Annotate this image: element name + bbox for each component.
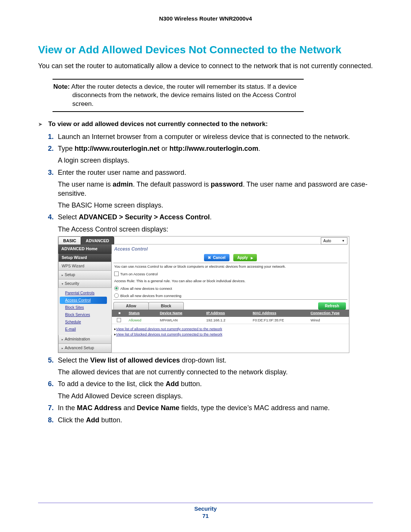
step-2-url2: http://www.routerlogin.com [169,145,258,152]
page-footer: Security 71 [0,503,411,519]
nav-advanced-setup[interactable]: ▸Advanced Setup [58,344,112,353]
step-8-text: Click the Add button. [58,416,122,424]
note-label: Note: [53,83,70,90]
procedure-heading: ➤ To view or add allowed devices not cur… [38,120,373,128]
step-2: Type http://www.routerlogin.net or http:… [48,143,373,167]
footer-page-number: 71 [0,513,411,519]
nav-wps-wizard[interactable]: WPS Wizard [58,262,112,271]
block-new-row: Block all new devices from connecting [112,292,349,299]
apply-button[interactable]: Apply▶ [233,254,257,261]
tab-advanced[interactable]: ADVANCED [81,236,114,244]
step-5-bold: View list of allowed devices [90,356,180,364]
row-status: Allowed [126,318,158,323]
step-2-dot: . [258,145,260,152]
step-6-pre: To add a device to the list, click the [58,380,166,388]
nav-admin-label: Administration [65,337,90,341]
nav-advanced-home[interactable]: ADVANCED Home [58,244,112,253]
step-2-pre: Type [58,145,75,152]
step-5-sub: The allowed devices that are not current… [58,368,373,377]
col-connection-type[interactable]: Connection Type [308,311,348,315]
nav-security-label: Security [65,281,79,286]
nav-administration[interactable]: ▸Administration [58,335,112,344]
link-view-allowed[interactable]: View list of allowed devices not current… [114,326,347,332]
nav-security-submenu: Parental Controls Access Control Block S… [58,288,112,335]
step-7-and: and [121,404,137,412]
step-3-admin: admin [113,181,133,188]
step-7-a: In the [58,404,77,412]
refresh-button[interactable]: Refresh [318,302,346,310]
nav-access-control[interactable]: Access Control [60,297,107,304]
expand-links: View list of allowed devices not current… [112,324,349,341]
nav-setup-label: Setup [65,272,75,277]
page-title: View or Add Allowed Devices Not Connecte… [38,43,373,56]
step-8-post: button. [99,416,122,424]
step-4-sub: The Access Control screen displays: [58,225,373,234]
turn-on-row: Turn on Access Control [112,270,349,278]
chevron-down-icon: ▼ [342,239,345,243]
note-text: After the router detects a device, the r… [71,83,296,107]
nav-email[interactable]: E-mail [65,326,112,333]
step-7-text: In the MAC Address and Device Name field… [58,404,330,412]
row-device-name: MPAWLAN [158,318,204,323]
allow-new-label: Allow all new devices to connect [120,286,172,291]
nav-security[interactable]: ▾Security [58,280,112,288]
footer-section: Security [0,505,411,512]
step-7-mac: MAC Address [77,404,121,412]
cancel-button[interactable]: ✖Cancel [204,254,229,261]
col-ip-address[interactable]: IP Address [204,311,250,315]
procedure-steps: Launch an Internet browser from a comput… [38,131,373,426]
step-6-text: To add a device to the list, click the A… [58,380,202,388]
col-checkbox: ■ [113,311,126,315]
note-block: Note: After the router detects a device,… [53,79,304,112]
allow-tab[interactable]: Allow [113,302,149,310]
step-8: Click the Add button. [48,414,373,426]
nav-block-services[interactable]: Block Services [65,311,112,318]
step-4: Select ADVANCED > Security > Access Cont… [48,211,373,354]
rule-label: Access Rule: This is a general rule. You… [112,278,349,284]
step-8-bold: Add [86,416,99,424]
row-checkbox[interactable] [117,318,121,322]
language-select[interactable]: Auto ▼ [321,237,348,244]
panel-title: Access Control [112,244,349,253]
footer-rule [38,503,373,503]
step-5-pre: Select the [58,356,90,364]
nav-block-sites[interactable]: Block Sites [65,304,112,311]
step-5-post: drop-down list. [180,356,226,364]
tab-basic[interactable]: BASIC [58,236,81,244]
turn-on-label: Turn on Access Control [120,272,158,276]
triangle-right-icon: ▸ [62,338,63,341]
intro-paragraph: You can set the router to automatically … [38,62,373,70]
step-4-dot: . [210,213,212,221]
nav-advsetup-label: Advanced Setup [65,345,94,350]
block-new-radio[interactable] [114,293,119,298]
nav-setup-wizard[interactable]: Setup Wizard [58,254,112,262]
main-panel: Access Control ✖Cancel Apply▶ You can us… [112,244,349,352]
nav-schedule[interactable]: Schedule [65,318,112,326]
block-tab[interactable]: Block [148,302,184,310]
turn-on-checkbox[interactable] [114,272,119,276]
note-bottom-rule [53,111,304,112]
col-device-name[interactable]: Device Name [158,311,204,315]
step-3-password: password [211,181,243,188]
row-connection: Wired [308,318,348,323]
nav-setup[interactable]: ▸Setup [58,271,112,280]
triangle-right-icon: ▸ [62,273,63,277]
step-7-devname: Device Name [137,404,179,412]
step-6: To add a device to the list, click the A… [48,378,373,402]
step-5: Select the View list of allowed devices … [48,355,373,379]
col-status[interactable]: Status [126,311,158,315]
panel-button-bar: ✖Cancel Apply▶ [112,253,349,263]
link-view-blocked[interactable]: View list of blocked devices not current… [114,332,347,337]
nav-parental-controls[interactable]: Parental Controls [65,289,112,297]
allow-new-row: Allow all new devices to connect [112,285,349,292]
cancel-label: Cancel [213,256,226,260]
divider [113,299,347,300]
step-4-path: ADVANCED > Security > Access Control [79,213,210,221]
step-8-pre: Click the [58,416,86,424]
chevron-right-icon: ➤ [38,121,43,127]
step-3: Enter the router user name and password.… [48,167,373,212]
step-1-text: Launch an Internet browser from a comput… [58,133,350,141]
step-4-pre: Select [58,213,79,221]
col-mac-address[interactable]: MAC Address [250,311,308,315]
allow-new-radio[interactable] [114,286,119,291]
